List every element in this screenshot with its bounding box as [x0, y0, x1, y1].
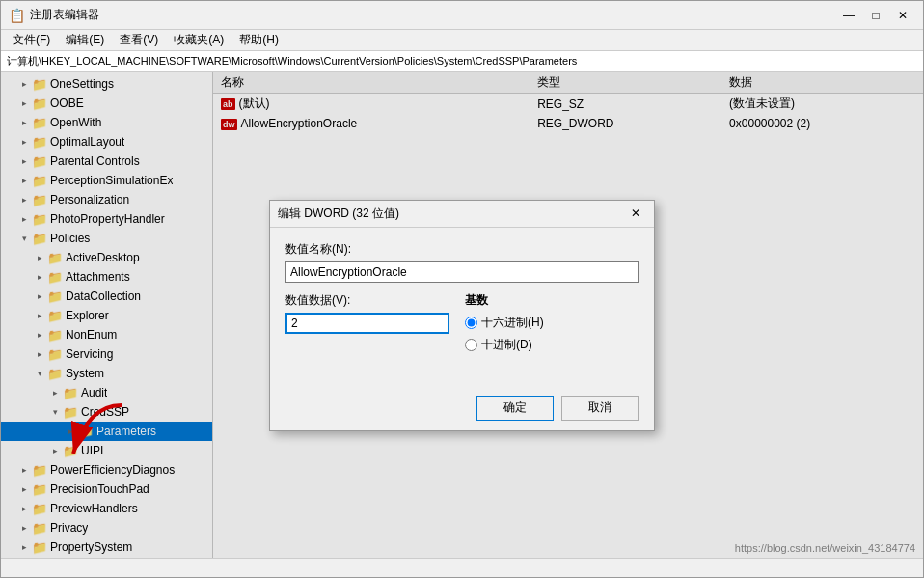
window-title: 注册表编辑器 — [30, 7, 99, 23]
maximize-button[interactable]: □ — [863, 6, 888, 25]
cancel-button[interactable]: 取消 — [561, 396, 639, 421]
address-bar: 计算机\HKEY_LOCAL_MACHINE\SOFTWARE\Microsof… — [1, 51, 923, 72]
data-input[interactable] — [285, 313, 449, 334]
status-bar — [1, 558, 923, 577]
dialog-body: 数值名称(N): 数值数据(V): 基数 十六进制(H) — [270, 228, 654, 386]
minimize-button[interactable]: — — [836, 6, 861, 25]
title-bar: 📋 注册表编辑器 — □ ✕ — [1, 1, 923, 30]
menu-bar: 文件(F)编辑(E)查看(V)收藏夹(A)帮助(H) — [1, 30, 923, 51]
menu-item[interactable]: 查看(V) — [112, 30, 166, 50]
dialog-title-bar: 编辑 DWORD (32 位值) ✕ — [270, 201, 654, 228]
registry-editor-window: 📋 注册表编辑器 — □ ✕ 文件(F)编辑(E)查看(V)收藏夹(A)帮助(H… — [0, 0, 924, 578]
menu-item[interactable]: 文件(F) — [5, 30, 58, 50]
menu-item[interactable]: 帮助(H) — [231, 30, 286, 50]
dialog-close-button[interactable]: ✕ — [625, 204, 646, 223]
close-button[interactable]: ✕ — [890, 6, 915, 25]
hex-radio[interactable] — [465, 317, 477, 329]
main-content: ▸📁OneSettings▸📁OOBE▸📁OpenWith▸📁OptimalLa… — [1, 72, 923, 558]
dialog-title: 编辑 DWORD (32 位值) — [278, 206, 399, 222]
app-icon: 📋 — [9, 8, 24, 23]
name-label: 数值名称(N): — [285, 241, 639, 258]
name-input[interactable] — [285, 261, 639, 283]
dec-radio-label[interactable]: 十进制(D) — [465, 337, 544, 353]
hex-radio-text: 十六进制(H) — [481, 315, 544, 331]
ok-button[interactable]: 确定 — [476, 396, 554, 421]
edit-dword-dialog: 编辑 DWORD (32 位值) ✕ 数值名称(N): 数值数据(V): 基数 — [269, 200, 655, 431]
dialog-overlay: 编辑 DWORD (32 位值) ✕ 数值名称(N): 数值数据(V): 基数 — [1, 72, 923, 558]
value-section: 数值数据(V): — [285, 292, 449, 353]
address-path: 计算机\HKEY_LOCAL_MACHINE\SOFTWARE\Microsof… — [7, 54, 577, 69]
title-bar-left: 📋 注册表编辑器 — [9, 7, 99, 23]
dec-radio-text: 十进制(D) — [481, 337, 532, 353]
base-label: 基数 — [465, 292, 544, 309]
base-group: 基数 十六进制(H) 十进制(D) — [465, 292, 544, 353]
dec-radio[interactable] — [465, 339, 477, 351]
dialog-value-row: 数值数据(V): 基数 十六进制(H) 十进制(D) — [285, 292, 639, 353]
data-label: 数值数据(V): — [285, 292, 449, 309]
dialog-footer: 确定 取消 — [270, 386, 654, 430]
menu-item[interactable]: 收藏夹(A) — [166, 30, 231, 50]
title-bar-controls: — □ ✕ — [836, 6, 915, 25]
hex-radio-label[interactable]: 十六进制(H) — [465, 315, 544, 331]
menu-item[interactable]: 编辑(E) — [58, 30, 112, 50]
